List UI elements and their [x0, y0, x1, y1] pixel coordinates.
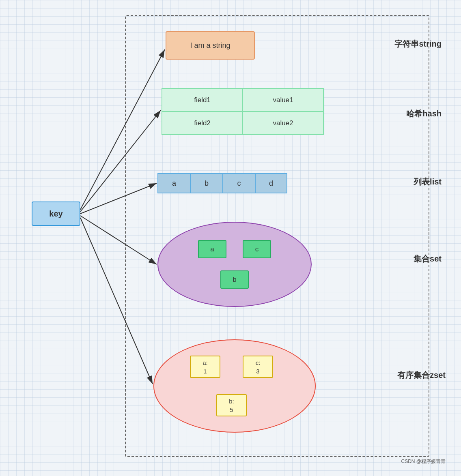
list-item-d: d — [255, 173, 287, 193]
key-box: key — [32, 202, 80, 226]
zset-item-b: b:5 — [216, 394, 247, 416]
list-item-c: c — [222, 173, 255, 193]
list-item-b: b — [190, 173, 222, 193]
set-items: a c b — [194, 234, 275, 295]
set-item-b: b — [220, 270, 249, 289]
hash-row-1: field1 value1 — [162, 88, 324, 112]
hash-type-label: 哈希hash — [406, 108, 442, 119]
zset-ellipse: a:1 c:3 b:5 — [153, 339, 316, 433]
string-box: I am a string — [166, 31, 255, 60]
hash-value2: value2 — [243, 112, 323, 134]
list-item-a: a — [157, 173, 190, 193]
key-label: key — [49, 209, 62, 219]
hash-field1: field1 — [162, 89, 243, 111]
set-ellipse: a c b — [157, 222, 312, 307]
string-type-label: 字符串string — [394, 39, 442, 49]
set-item-c: c — [243, 240, 271, 258]
list-type-label: 列表list — [414, 176, 442, 187]
hash-table: field1 value1 field2 value2 — [162, 88, 324, 135]
zset-items: a:1 c:3 b:5 — [190, 352, 279, 420]
hash-row-2: field2 value2 — [162, 112, 324, 135]
set-item-a: a — [198, 240, 226, 258]
hash-value1: value1 — [243, 89, 323, 111]
hash-field2: field2 — [162, 112, 243, 134]
set-type-label: 集合set — [414, 253, 442, 264]
list-container: a b c d — [157, 173, 287, 193]
zset-type-label: 有序集合zset — [397, 370, 446, 381]
main-diagram: key I am a string 字符串string field1 value… — [7, 7, 454, 469]
watermark: CSDN @程序媛青青 — [401, 458, 446, 465]
zset-item-c: c:3 — [243, 356, 273, 378]
string-value: I am a string — [190, 41, 230, 50]
zset-item-a: a:1 — [190, 356, 220, 378]
